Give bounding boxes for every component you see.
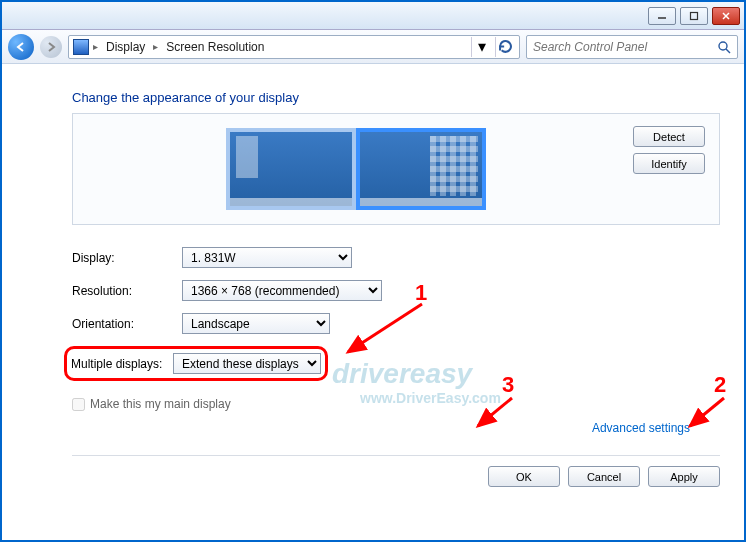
make-main-display-checkbox[interactable]	[72, 398, 85, 411]
monitor-2-desktop	[230, 132, 352, 206]
search-input[interactable]	[533, 40, 717, 54]
monitor-1[interactable]: 1	[356, 128, 486, 210]
search-icon[interactable]	[717, 40, 731, 54]
detect-button[interactable]: Detect	[633, 126, 705, 147]
svg-point-4	[719, 42, 727, 50]
monitor-1-taskbar	[360, 198, 482, 206]
multiple-displays-highlight: Multiple displays: Extend these displays	[64, 346, 328, 381]
cancel-button[interactable]: Cancel	[568, 466, 640, 487]
content-area: Change the appearance of your display 2 …	[2, 64, 744, 487]
dialog-button-bar: OK Cancel Apply	[72, 455, 720, 487]
monitor-1-desktop	[360, 132, 482, 206]
multiple-displays-select[interactable]: Extend these displays	[173, 353, 321, 374]
svg-rect-1	[691, 12, 698, 19]
search-box[interactable]	[526, 35, 738, 59]
breadcrumb-display[interactable]: Display	[102, 40, 149, 54]
window-titlebar	[2, 2, 744, 30]
breadcrumb-screen-resolution[interactable]: Screen Resolution	[162, 40, 268, 54]
back-button[interactable]	[8, 34, 34, 60]
make-main-display-label: Make this my main display	[90, 397, 231, 411]
address-dropdown[interactable]: ▾	[471, 37, 491, 57]
advanced-settings-link[interactable]: Advanced settings	[592, 421, 690, 435]
monitor-2-taskbar	[230, 198, 352, 206]
maximize-button[interactable]	[680, 7, 708, 25]
address-bar[interactable]: ▸ Display ▸ Screen Resolution ▾	[68, 35, 520, 59]
refresh-button[interactable]	[495, 37, 515, 57]
apply-button[interactable]: Apply	[648, 466, 720, 487]
display-select[interactable]: 1. 831W	[182, 247, 352, 268]
crumb-sep-icon: ▸	[153, 41, 158, 52]
page-heading: Change the appearance of your display	[72, 90, 720, 105]
multiple-displays-label: Multiple displays:	[71, 357, 173, 371]
identify-button[interactable]: Identify	[633, 153, 705, 174]
monitor-2[interactable]: 2	[226, 128, 356, 210]
display-label: Display:	[72, 251, 182, 265]
minimize-button[interactable]	[648, 7, 676, 25]
resolution-select[interactable]: 1366 × 768 (recommended)	[182, 280, 382, 301]
orientation-label: Orientation:	[72, 317, 182, 331]
display-arrangement-area: 2 1 Detect Identify	[72, 113, 720, 225]
crumb-sep-icon: ▸	[93, 41, 98, 52]
orientation-select[interactable]: Landscape	[182, 313, 330, 334]
control-panel-icon	[73, 39, 89, 55]
forward-button[interactable]	[40, 36, 62, 58]
ok-button[interactable]: OK	[488, 466, 560, 487]
close-button[interactable]	[712, 7, 740, 25]
navbar: ▸ Display ▸ Screen Resolution ▾	[2, 30, 744, 64]
resolution-label: Resolution:	[72, 284, 182, 298]
make-main-display-row: Make this my main display	[72, 397, 720, 411]
svg-line-5	[726, 49, 730, 53]
monitor-preview[interactable]: 2 1	[83, 124, 629, 214]
